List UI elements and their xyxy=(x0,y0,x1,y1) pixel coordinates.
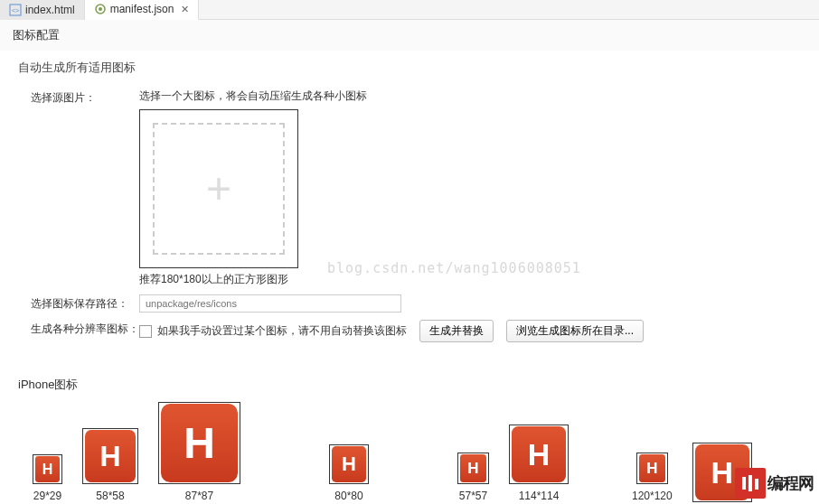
save-path-label: 选择图标保存路径： xyxy=(31,294,139,312)
svg-point-3 xyxy=(99,7,102,11)
plus-icon: + xyxy=(206,167,231,210)
app-icon-114[interactable]: H xyxy=(509,425,569,484)
iphone-icons-row: H 29*29 H 58*58 H 87*87 H 80*80 H xyxy=(18,402,819,502)
icon-label-120a: 120*120 xyxy=(632,490,673,502)
tab-manifest[interactable]: manifest.json ✕ xyxy=(85,0,200,20)
svg-rect-5 xyxy=(748,475,752,491)
icon-col-29: H 29*29 xyxy=(33,454,62,502)
icon-label-29: 29*29 xyxy=(33,490,61,502)
icon-label-57: 57*57 xyxy=(459,490,487,502)
section-title: 图标配置 xyxy=(0,20,819,51)
source-image-recommend: 推荐180*180以上的正方形图形 xyxy=(139,272,797,287)
tab-index-label: index.html xyxy=(25,4,75,16)
icon-label-114: 114*114 xyxy=(519,490,560,502)
app-icon-58[interactable]: H xyxy=(82,428,138,484)
tab-index[interactable]: <> index.html xyxy=(0,0,85,20)
json-file-icon xyxy=(94,3,107,15)
generate-label: 生成各种分辨率图标： xyxy=(31,320,139,337)
site-logo: 编程网 xyxy=(735,468,814,499)
image-placeholder: + xyxy=(153,123,285,255)
svg-rect-4 xyxy=(742,477,746,490)
svg-text:<>: <> xyxy=(12,7,19,14)
source-image-label: 选择源图片： xyxy=(31,89,139,106)
html-file-icon: <> xyxy=(9,4,22,16)
icon-col-58: H 58*58 xyxy=(82,428,138,502)
icon-label-58: 58*58 xyxy=(96,490,124,502)
generate-button[interactable]: 生成并替换 xyxy=(419,320,494,342)
tab-manifest-label: manifest.json xyxy=(110,3,174,15)
icon-label-87: 87*87 xyxy=(185,490,213,502)
icon-col-120a: H 120*120 xyxy=(632,453,673,502)
icon-col-87: H 87*87 xyxy=(158,402,240,502)
browse-button[interactable]: 浏览生成图标所在目录... xyxy=(506,320,644,342)
group-auto-generate: 自动生成所有适用图标 xyxy=(0,51,819,81)
icon-col-57: H 57*57 xyxy=(457,453,489,502)
icon-col-80: H 80*80 xyxy=(329,444,369,502)
icon-label-80: 80*80 xyxy=(334,490,362,502)
logo-text: 编程网 xyxy=(767,472,814,494)
iphone-section-title: iPhone图标 xyxy=(18,377,819,393)
svg-rect-6 xyxy=(755,479,758,490)
icon-col-114: H 114*114 xyxy=(509,425,569,502)
app-icon-29[interactable]: H xyxy=(33,454,62,484)
app-icon-87[interactable]: H xyxy=(158,402,240,484)
app-icon-80[interactable]: H xyxy=(329,444,369,484)
no-replace-checkbox-label: 如果我手动设置过某个图标，请不用自动替换该图标 xyxy=(157,323,407,339)
tab-bar: <> index.html manifest.json ✕ xyxy=(0,0,819,20)
source-image-dropzone[interactable]: + xyxy=(139,109,298,268)
close-icon[interactable]: ✕ xyxy=(181,4,189,15)
app-icon-57[interactable]: H xyxy=(457,453,489,484)
save-path-input[interactable] xyxy=(139,294,401,313)
logo-icon xyxy=(735,468,766,499)
app-icon-120a[interactable]: H xyxy=(636,453,668,484)
source-image-hint: 选择一个大图标，将会自动压缩生成各种小图标 xyxy=(139,89,797,104)
no-replace-checkbox[interactable] xyxy=(139,325,152,338)
